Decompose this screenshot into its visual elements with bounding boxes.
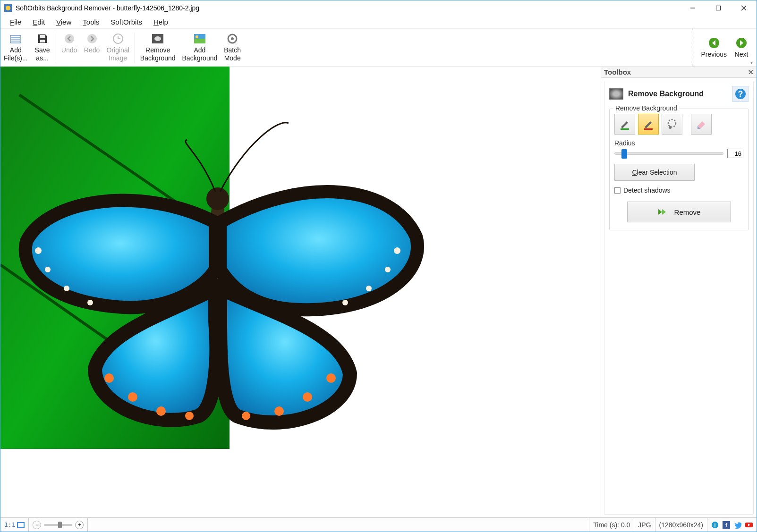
toolbar-group-bg: Remove Background Add Background Batch M… xyxy=(137,29,244,66)
help-icon: ? xyxy=(735,88,746,100)
gear-icon xyxy=(226,32,239,45)
svg-point-40 xyxy=(64,286,69,291)
svg-point-1 xyxy=(6,6,10,10)
toolbar-group-file: Add File(s)... Save as... xyxy=(0,29,54,66)
add-background-button[interactable]: Add Background xyxy=(179,30,221,65)
svg-point-23 xyxy=(231,37,234,40)
zoom-slider-thumb[interactable] xyxy=(58,522,62,528)
facebook-icon[interactable]: f xyxy=(723,521,730,529)
radius-slider[interactable] xyxy=(614,152,723,155)
toolbox-header: Toolbox ✕ xyxy=(601,67,757,78)
red-marker-tool[interactable] xyxy=(638,114,659,135)
svg-point-51 xyxy=(669,126,672,129)
svg-point-21 xyxy=(196,35,198,38)
toolbox-title: Remove Background xyxy=(628,90,704,98)
svg-point-35 xyxy=(274,406,284,416)
batch-mode-button[interactable]: Batch Mode xyxy=(221,30,244,65)
original-image-button[interactable]: Original Image xyxy=(103,30,133,65)
menu-help[interactable]: Help xyxy=(149,17,173,27)
clear-selection-button[interactable]: Clear Selection xyxy=(614,164,695,181)
svg-text:?: ? xyxy=(738,89,743,99)
youtube-icon[interactable] xyxy=(745,521,753,529)
zoom-out-button[interactable]: − xyxy=(33,521,41,529)
svg-point-18 xyxy=(154,36,161,41)
previous-label: Previous xyxy=(701,51,727,59)
toolbar-sep-1 xyxy=(56,33,56,63)
menu-view[interactable]: View xyxy=(51,17,76,27)
svg-point-44 xyxy=(366,286,372,291)
next-icon xyxy=(735,36,748,50)
toolbox-close-icon[interactable]: ✕ xyxy=(748,68,754,76)
svg-point-34 xyxy=(242,412,250,420)
svg-point-50 xyxy=(668,119,676,127)
svg-point-32 xyxy=(156,406,166,416)
zoom-slider[interactable] xyxy=(44,524,72,526)
svg-rect-11 xyxy=(40,40,45,42)
add-files-button[interactable]: Add File(s)... xyxy=(0,30,31,65)
window-title: SoftOrbits Background Remover - butterfl… xyxy=(16,4,199,12)
redo-button[interactable]: Redo xyxy=(81,30,103,57)
fit-to-window-icon[interactable] xyxy=(17,522,25,528)
menu-edit[interactable]: Edit xyxy=(28,17,50,27)
svg-text:f: f xyxy=(725,522,728,529)
detect-shadows-row[interactable]: Detect shadows xyxy=(614,186,743,194)
green-marker-tool[interactable] xyxy=(614,114,635,135)
menu-softorbits[interactable]: SoftOrbits xyxy=(106,17,147,27)
svg-rect-48 xyxy=(621,128,629,130)
eraser-tool[interactable] xyxy=(691,114,712,135)
svg-point-38 xyxy=(35,247,42,254)
menu-tools[interactable]: Tools xyxy=(78,17,104,27)
svg-point-33 xyxy=(185,412,194,420)
original-image-label: Original Image xyxy=(107,46,129,62)
scale-label: 1:1 xyxy=(4,521,15,528)
twitter-icon[interactable] xyxy=(734,521,741,529)
svg-point-39 xyxy=(45,267,51,272)
radius-slider-row xyxy=(614,149,743,158)
zoom-in-button[interactable]: + xyxy=(75,521,84,529)
fieldset-legend: Remove Background xyxy=(613,104,679,112)
menu-file[interactable]: File xyxy=(5,17,26,27)
radius-slider-thumb[interactable] xyxy=(621,149,627,159)
toolbar: Add File(s)... Save as... Undo Redo Orig… xyxy=(0,29,757,67)
help-button[interactable]: ? xyxy=(732,86,748,102)
svg-point-43 xyxy=(385,267,391,272)
detect-shadows-label: Detect shadows xyxy=(623,186,671,194)
svg-point-13 xyxy=(87,34,97,43)
remove-bg-icon xyxy=(151,32,164,45)
save-as-button[interactable]: Save as... xyxy=(31,30,54,65)
maximize-button[interactable] xyxy=(706,0,731,16)
close-button[interactable] xyxy=(731,0,757,16)
toolbar-overflow-icon[interactable]: ▾ xyxy=(750,60,753,65)
redo-label: Redo xyxy=(84,46,100,54)
svg-rect-20 xyxy=(194,39,205,43)
svg-point-37 xyxy=(326,373,336,383)
previous-button[interactable]: Previous xyxy=(698,34,730,61)
remove-background-button[interactable]: Remove Background xyxy=(137,30,179,65)
detect-shadows-checkbox[interactable] xyxy=(614,187,621,194)
remove-button-label: Remove xyxy=(674,208,701,216)
svg-point-45 xyxy=(342,300,348,305)
lasso-tool[interactable] xyxy=(662,114,682,135)
image-canvas[interactable] xyxy=(0,67,601,517)
undo-label: Undo xyxy=(61,46,77,54)
menu-bar: File Edit View Tools SoftOrbits Help xyxy=(0,16,757,29)
status-time: Time (s): 0.0 xyxy=(589,518,634,532)
svg-rect-3 xyxy=(716,6,721,10)
svg-rect-49 xyxy=(644,128,653,130)
app-icon xyxy=(4,4,12,12)
app-window: SoftOrbits Background Remover - butterfl… xyxy=(0,0,757,532)
add-files-icon xyxy=(9,32,22,45)
remove-bg-fieldset: Remove Background xyxy=(609,109,748,230)
undo-button[interactable]: Undo xyxy=(58,30,81,57)
minimize-button[interactable] xyxy=(680,0,706,16)
radius-value-input[interactable] xyxy=(727,149,743,158)
info-icon[interactable]: i xyxy=(711,521,719,529)
next-button[interactable]: Next xyxy=(730,34,753,61)
toolbox-thumb-icon xyxy=(609,88,623,100)
toolbox-header-title: Toolbox xyxy=(604,68,631,76)
toolbox-body: Remove Background ? Remove Background xyxy=(604,81,754,515)
add-files-label: Add File(s)... xyxy=(4,46,28,62)
image-preview xyxy=(0,67,426,449)
save-icon xyxy=(36,32,49,45)
remove-button[interactable]: Remove xyxy=(627,202,731,222)
